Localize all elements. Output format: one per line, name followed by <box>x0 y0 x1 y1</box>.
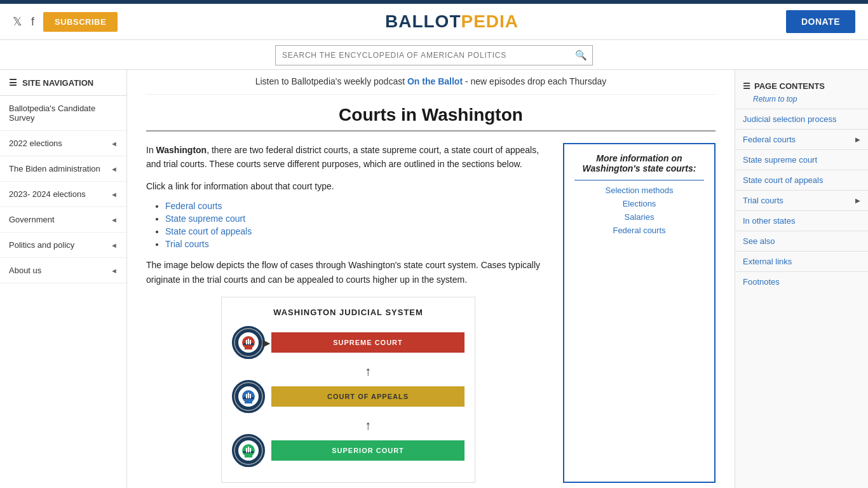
subscribe-button[interactable]: SUBSCRIBE <box>43 12 118 32</box>
content-body: In Washington, there are two federal dis… <box>146 143 715 483</box>
superior-court-bar: Superior Court <box>271 440 465 461</box>
sidebar-item-2022-elections[interactable]: 2022 elections ◄ <box>0 131 126 156</box>
podcast-bar: Listen to Ballotpedia's weekly podcast O… <box>146 70 715 95</box>
svg-rect-7 <box>250 340 251 344</box>
search-input[interactable] <box>276 47 570 64</box>
toc-item-state-court-appeals[interactable]: State court of appeals <box>735 170 868 190</box>
search-bar: 🔍 <box>0 40 868 70</box>
svg-rect-19 <box>245 452 252 458</box>
header: 𝕏 f SUBSCRIBE BALLOTPEDIA DONATE <box>0 4 868 40</box>
appeals-court-bar: Court of Appeals <box>271 386 465 407</box>
donate-button[interactable]: DONATE <box>786 10 855 33</box>
toc-item-trial-courts[interactable]: Trial courts ▶ <box>735 190 868 210</box>
sidebar-item-candidate-survey[interactable]: Ballotpedia's Candidate Survey <box>0 96 126 131</box>
header-left: 𝕏 f SUBSCRIBE <box>13 12 118 32</box>
svg-rect-22 <box>248 447 249 452</box>
podcast-link[interactable]: On the Ballot <box>407 76 463 86</box>
main-content: Listen to Ballotpedia's weekly podcast O… <box>127 70 735 488</box>
appeals-court-seal <box>232 380 265 413</box>
twitter-icon[interactable]: 𝕏 <box>13 15 22 29</box>
list-item: Trial courts <box>165 239 550 249</box>
toc-item-state-supreme[interactable]: State supreme court <box>735 149 868 170</box>
sidebar-item-label: Government <box>9 215 55 224</box>
info-box-elections[interactable]: Elections <box>574 199 704 208</box>
toc-item-federal-courts[interactable]: Federal courts ▶ <box>735 129 868 149</box>
svg-rect-5 <box>246 340 247 344</box>
chevron-icon: ◄ <box>111 140 118 147</box>
page-title: Courts in Washington <box>146 105 715 125</box>
state-court-appeals-link[interactable]: State court of appeals <box>165 226 252 236</box>
svg-rect-3 <box>245 344 252 349</box>
intro-paragraph-1: In Washington, there are two federal dis… <box>146 143 550 172</box>
sidebar-item-about-us[interactable]: About us ◄ <box>0 258 126 283</box>
search-icon[interactable]: 🔍 <box>570 46 592 65</box>
return-to-top-link[interactable]: Return to top <box>735 95 868 109</box>
site-navigation-header[interactable]: ☰ SITE NAVIGATION <box>0 70 126 96</box>
federal-courts-link[interactable]: Federal courts <box>165 201 222 211</box>
toc-label: Footnotes <box>743 277 780 287</box>
sidebar-item-label: 2022 elections <box>9 139 62 148</box>
info-box-federal-courts[interactable]: Federal courts <box>574 226 704 235</box>
chevron-icon: ◄ <box>111 241 118 249</box>
court-links-list: Federal courts State supreme court State… <box>165 201 550 249</box>
toc-label: Judicial selection process <box>743 114 836 124</box>
svg-rect-13 <box>246 394 247 398</box>
trial-courts-link[interactable]: Trial courts <box>165 239 209 249</box>
logo-pedia: PEDIA <box>461 11 519 31</box>
sidebar-item-biden[interactable]: The Biden administration ◄ <box>0 156 126 182</box>
superior-court-seal <box>232 434 265 467</box>
arrow-up-2: ↑ <box>271 418 465 433</box>
toc-label: Federal courts <box>743 135 796 144</box>
svg-rect-23 <box>250 448 251 452</box>
chevron-icon: ▶ <box>855 197 860 204</box>
svg-rect-6 <box>248 339 249 344</box>
chevron-icon: ◄ <box>111 191 118 198</box>
supreme-court-bar: Supreme Court <box>271 332 465 353</box>
list-item: State supreme court <box>165 214 550 224</box>
info-box-selection-methods[interactable]: Selection methods <box>574 186 704 195</box>
left-sidebar: ☰ SITE NAVIGATION Ballotpedia's Candidat… <box>0 70 127 488</box>
info-box: More information on Washington's state c… <box>563 143 715 483</box>
list-item: Federal courts <box>165 201 550 211</box>
info-box-salaries[interactable]: Salaries <box>574 212 704 222</box>
superior-court-row: Superior Court <box>232 434 465 467</box>
svg-rect-11 <box>245 398 252 403</box>
flow-paragraph: The image below depicts the flow of case… <box>146 258 550 287</box>
sidebar-item-2023-elections[interactable]: 2023- 2024 elections ◄ <box>0 182 126 207</box>
search-container: 🔍 <box>275 45 593 65</box>
toc-item-footnotes[interactable]: Footnotes <box>735 271 868 292</box>
right-sidebar: ☰ PAGE CONTENTS Return to top Judicial s… <box>735 70 868 488</box>
chevron-icon: ◄ <box>111 216 118 224</box>
diagram-title: Washington Judicial System <box>232 308 465 317</box>
site-nav-label: SITE NAVIGATION <box>22 78 93 88</box>
toc-label: State supreme court <box>743 155 817 165</box>
podcast-text-after: - new episodes drop each Thursday <box>463 76 606 86</box>
header-right: DONATE <box>786 10 855 33</box>
chevron-icon: ◄ <box>111 165 118 173</box>
svg-rect-21 <box>246 448 247 452</box>
supreme-court-seal <box>232 326 265 359</box>
toc-label: Trial courts <box>743 196 783 205</box>
page-contents-header: ☰ PAGE CONTENTS <box>735 76 868 95</box>
toc-item-external-links[interactable]: External links <box>735 251 868 271</box>
logo-ballot: BALLOT <box>385 11 461 31</box>
list-icon: ☰ <box>743 81 750 91</box>
toc-label: State court of appeals <box>743 175 823 185</box>
main-text: In Washington, there are two federal dis… <box>146 143 550 483</box>
toc-item-other-states[interactable]: In other states <box>735 210 868 231</box>
sidebar-item-label: Ballotpedia's Candidate Survey <box>9 104 118 123</box>
podcast-text-before: Listen to Ballotpedia's weekly podcast <box>255 76 407 86</box>
chevron-icon: ▶ <box>855 136 860 143</box>
toc-item-see-also[interactable]: See also <box>735 231 868 251</box>
toc-item-judicial-selection[interactable]: Judicial selection process <box>735 109 868 129</box>
appeals-court-row: Court of Appeals <box>232 380 465 413</box>
title-divider <box>146 130 715 132</box>
list-item: State court of appeals <box>165 226 550 236</box>
facebook-icon[interactable]: f <box>31 15 34 29</box>
state-supreme-court-link[interactable]: State supreme court <box>165 214 245 224</box>
sidebar-item-politics-policy[interactable]: Politics and policy ◄ <box>0 233 126 258</box>
sidebar-item-government[interactable]: Government ◄ <box>0 207 126 233</box>
toc-label: In other states <box>743 216 795 226</box>
info-box-title: More information on Washington's state c… <box>574 153 704 173</box>
logo[interactable]: BALLOTPEDIA <box>385 11 519 32</box>
